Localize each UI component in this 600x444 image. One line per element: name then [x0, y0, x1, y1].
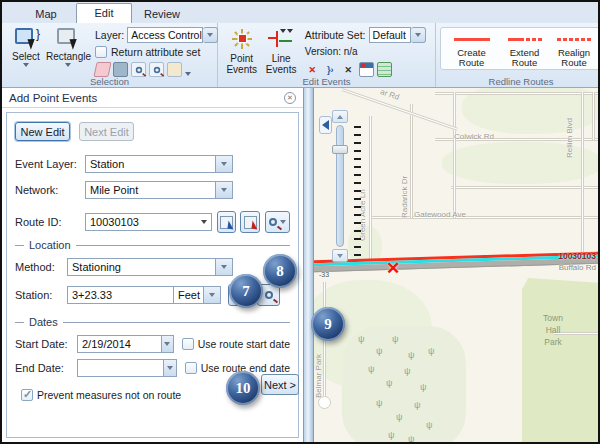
- magnifier-icon: [269, 218, 277, 226]
- callout-10: 10: [226, 371, 260, 405]
- select-icon: }: [14, 27, 38, 49]
- event-layer-dropdown[interactable]: [216, 155, 233, 173]
- zoom-slider-track[interactable]: [336, 125, 344, 247]
- layer-combo[interactable]: Access Control: [127, 27, 218, 43]
- start-date-input[interactable]: 2/19/2014: [77, 335, 162, 353]
- end-date-dropdown[interactable]: [164, 359, 176, 377]
- route-id-label: Route ID:: [15, 216, 85, 228]
- close-icon[interactable]: ✕: [284, 92, 296, 104]
- realign-route-button[interactable]: Realign Route: [551, 29, 597, 68]
- chevron-left-icon: [322, 120, 329, 130]
- start-date-label: Start Date:: [15, 338, 77, 350]
- road-radarick: [410, 104, 413, 218]
- start-date-dropdown[interactable]: [162, 335, 174, 353]
- chevron-down-icon[interactable]: [201, 220, 207, 224]
- attribute-set-label: Attribute Set:: [305, 29, 366, 41]
- select-route-red-button[interactable]: [240, 211, 260, 233]
- return-attribute-set-checkbox[interactable]: [95, 46, 107, 58]
- move-event-icon[interactable]: ✕: [341, 62, 356, 77]
- zoom-tick: [354, 142, 361, 144]
- callout-9: 9: [311, 307, 345, 341]
- network-label: Network:: [15, 184, 85, 196]
- next-edit-button[interactable]: Next Edit: [79, 122, 134, 141]
- zoom-tick: [354, 134, 361, 136]
- panel-title: Add Point Events: [9, 92, 97, 104]
- zoom-tick: [354, 190, 361, 192]
- line-events-button[interactable]: Line Events: [261, 25, 300, 75]
- rectangle-button[interactable]: Rectangle: [46, 25, 91, 75]
- panel-title-bar: Add Point Events ✕: [2, 88, 303, 108]
- chevron-down-icon[interactable]: [185, 72, 191, 76]
- chevron-down-icon[interactable]: [411, 27, 426, 43]
- town-hall-park-area: [522, 278, 598, 442]
- panel-map-splitter[interactable]: [304, 88, 314, 442]
- zoom-in-button[interactable]: [332, 110, 348, 123]
- road: [451, 186, 598, 189]
- extend-route-button[interactable]: Extend Route: [498, 29, 551, 68]
- extend-route-icon: [508, 37, 542, 41]
- marsh-icon: ψ: [388, 430, 394, 440]
- zoom-tick: [354, 238, 361, 240]
- selection-square-icon[interactable]: [113, 62, 128, 77]
- event-layer-label: Event Layer:: [15, 158, 85, 170]
- method-dropdown[interactable]: [216, 258, 233, 276]
- select-route-on-map-button[interactable]: [217, 211, 237, 233]
- chevron-down-icon[interactable]: [203, 27, 218, 43]
- zoom-slider-thumb[interactable]: [332, 145, 348, 154]
- station-units-dropdown[interactable]: [204, 286, 221, 304]
- selection-options-icon[interactable]: [167, 62, 182, 77]
- marsh-icon: ψ: [408, 350, 414, 360]
- marsh-icon: ψ: [426, 420, 432, 430]
- merge-events-icon[interactable]: }›: [323, 62, 338, 77]
- pan-to-selection-icon[interactable]: [149, 62, 164, 77]
- zoom-slider[interactable]: [332, 110, 348, 262]
- network-dropdown[interactable]: [216, 181, 233, 199]
- road: [435, 92, 598, 95]
- chevron-down-icon: [280, 220, 286, 224]
- marsh-icon: ψ: [392, 334, 398, 344]
- zoom-to-selection-icon[interactable]: [131, 62, 146, 77]
- use-route-end-date-checkbox[interactable]: [185, 362, 197, 374]
- select-button[interactable]: } Select: [6, 25, 46, 75]
- event-table-icon[interactable]: [377, 62, 392, 77]
- next-button[interactable]: Next >: [261, 374, 299, 395]
- road-rellim: [581, 92, 584, 260]
- marsh-icon: ψ: [428, 346, 434, 356]
- tab-review[interactable]: Review: [134, 4, 190, 23]
- map-view[interactable]: ✕ ar Rd Colwick Rd Rellim Blvd Green Acr…: [314, 88, 598, 442]
- end-date-input[interactable]: [77, 359, 164, 377]
- create-route-button[interactable]: Create Route: [445, 29, 498, 68]
- street-label-gatewood: Gatewood Ave: [414, 210, 466, 219]
- event-window-icon[interactable]: [359, 62, 374, 77]
- clear-selection-icon[interactable]: [93, 62, 111, 77]
- use-route-start-date-checkbox[interactable]: [182, 338, 194, 350]
- route-id-combo[interactable]: 10030103: [85, 213, 212, 231]
- group-selection: } Select Rectangle Layer: Access Control: [2, 23, 218, 87]
- point-events-button[interactable]: Point Events: [222, 25, 261, 75]
- tab-edit[interactable]: Edit: [76, 3, 132, 23]
- collapse-panel-button[interactable]: [319, 116, 332, 134]
- zoom-out-button[interactable]: [332, 249, 348, 262]
- realign-route-icon: [557, 37, 591, 41]
- zoom-tick: [354, 214, 361, 216]
- measure-label: -33: [319, 271, 329, 278]
- station-input[interactable]: 3+23.33: [67, 286, 174, 304]
- marsh-icon: ψ: [376, 398, 382, 408]
- app-window: Map Edit Review } Select Rectangle Layer…: [0, 0, 600, 444]
- attribute-set-combo[interactable]: Default: [369, 27, 426, 43]
- tab-map[interactable]: Map: [18, 4, 74, 23]
- street-label-buffalo: Buffalo Rd: [559, 263, 596, 272]
- new-edit-button[interactable]: New Edit: [15, 122, 70, 141]
- magnifier-icon: [265, 291, 273, 299]
- split-event-icon[interactable]: ✕: [305, 62, 320, 77]
- route-zoom-menu-button[interactable]: [265, 211, 290, 233]
- marsh-icon: ψ: [404, 366, 410, 376]
- marsh-icon: ψ: [408, 434, 414, 442]
- zoom-tick: [354, 174, 361, 176]
- callout-7: 7: [229, 274, 263, 308]
- prevent-measures-checkbox[interactable]: [21, 389, 33, 401]
- line-events-icon: [268, 27, 294, 51]
- marsh-icon: ψ: [376, 346, 382, 356]
- marsh-icon: ψ: [420, 382, 426, 392]
- rectangle-select-icon: [56, 27, 80, 49]
